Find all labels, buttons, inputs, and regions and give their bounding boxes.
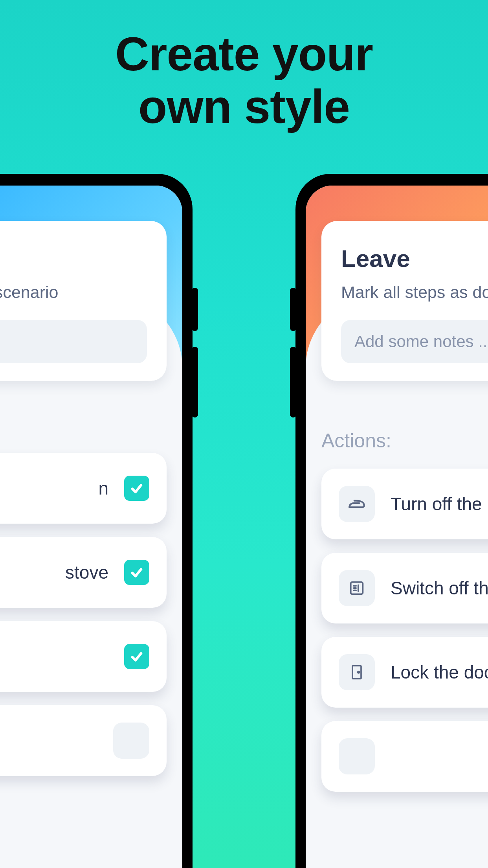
action-checkbox[interactable] bbox=[124, 560, 149, 585]
action-row[interactable]: n bbox=[0, 453, 167, 524]
scenario-subtitle: Mark all steps as do bbox=[341, 283, 488, 302]
phone-side-button bbox=[290, 288, 296, 331]
headline-line-1: Create your bbox=[115, 28, 373, 80]
phone-side-button bbox=[192, 347, 198, 417]
action-row[interactable] bbox=[321, 721, 488, 792]
svg-point-2 bbox=[358, 671, 360, 673]
action-row[interactable]: stove bbox=[0, 537, 167, 608]
marketing-headline: Create your own style bbox=[0, 28, 488, 133]
phone-screen-right: Leave Mark all steps as do Actions: Turn… bbox=[306, 186, 488, 868]
action-label: n bbox=[0, 478, 108, 499]
action-icon-slot bbox=[339, 738, 375, 774]
check-icon bbox=[129, 481, 144, 496]
action-icon-slot bbox=[113, 723, 149, 759]
action-icon-slot bbox=[339, 486, 375, 522]
action-label: Switch off the s bbox=[391, 577, 488, 599]
stove-icon bbox=[348, 579, 366, 597]
actions-list: Turn off the iro Switch off the s Lock t… bbox=[321, 469, 488, 792]
action-row[interactable] bbox=[0, 705, 167, 776]
action-icon-slot bbox=[339, 654, 375, 690]
check-icon bbox=[129, 565, 144, 580]
action-checkbox[interactable] bbox=[124, 476, 149, 501]
notes-input[interactable] bbox=[341, 320, 488, 363]
phone-screen-left: Home ne to finish scenario n stove bbox=[0, 186, 182, 868]
section-label-actions: Actions: bbox=[321, 429, 391, 452]
check-icon bbox=[129, 649, 144, 664]
scenario-title: Home bbox=[0, 245, 147, 272]
phone-mockup-right: Leave Mark all steps as do Actions: Turn… bbox=[295, 174, 488, 868]
action-icon-slot bbox=[339, 570, 375, 606]
action-label: Lock the door bbox=[391, 662, 488, 683]
phone-side-button bbox=[290, 347, 296, 417]
action-label: Turn off the iro bbox=[391, 493, 488, 515]
action-row[interactable]: Switch off the s bbox=[321, 553, 488, 623]
phone-mockup-left: Home ne to finish scenario n stove bbox=[0, 174, 193, 868]
scenario-subtitle: ne to finish scenario bbox=[0, 283, 147, 302]
headline-line-2: own style bbox=[138, 80, 350, 133]
actions-list: n stove bbox=[0, 453, 167, 776]
action-checkbox[interactable] bbox=[124, 644, 149, 669]
action-label: stove bbox=[0, 562, 108, 583]
phone-side-button bbox=[192, 288, 198, 331]
scenario-card: Home ne to finish scenario bbox=[0, 221, 167, 381]
action-row[interactable]: Turn off the iro bbox=[321, 469, 488, 539]
scenario-card: Leave Mark all steps as do bbox=[321, 221, 488, 381]
scenario-title: Leave bbox=[341, 245, 488, 272]
action-row[interactable]: Lock the door bbox=[321, 637, 488, 708]
iron-icon bbox=[347, 494, 367, 514]
action-row[interactable] bbox=[0, 621, 167, 692]
notes-input[interactable] bbox=[0, 320, 147, 363]
door-icon bbox=[348, 664, 365, 681]
